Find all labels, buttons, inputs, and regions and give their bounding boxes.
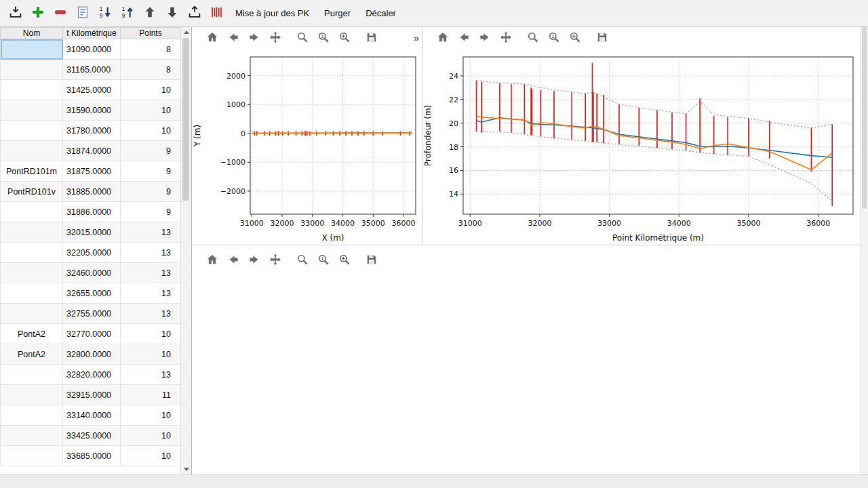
table-cell-nom[interactable] (1, 263, 63, 283)
column-header-pk[interactable]: t Kilométrique (63, 28, 121, 39)
plot1-home-button[interactable] (201, 28, 222, 47)
table-cell-points[interactable]: 9 (121, 141, 181, 161)
plot1-zoom-region-button[interactable] (334, 28, 355, 47)
plot3-back-button[interactable] (222, 251, 243, 270)
table-cell-points[interactable]: 10 (121, 405, 181, 426)
table-cell-nom[interactable] (1, 426, 63, 446)
table-cell-nom[interactable] (1, 121, 63, 141)
plot3-home-button[interactable] (201, 251, 222, 270)
table-cell-pk[interactable]: 31874.0000 (63, 141, 121, 161)
table-cell-pk[interactable]: 33140.0000 (63, 405, 121, 426)
table-row[interactable]: 32915.000011 (1, 385, 181, 405)
table-cell-points[interactable]: 13 (121, 263, 181, 283)
table-cell-pk[interactable]: 32770.0000 (63, 324, 121, 344)
plot3-zoom-one-button[interactable]: 1 (313, 251, 334, 270)
table-cell-nom[interactable] (1, 222, 63, 243)
sort-ascending-button[interactable]: 19 (116, 3, 138, 24)
plot3-forward-button[interactable] (243, 251, 264, 270)
table-scrollbar[interactable] (180, 27, 191, 474)
table-cell-pk[interactable]: 31885.0000 (63, 182, 121, 202)
table-row[interactable]: 32820.000013 (1, 365, 181, 385)
plot1-zoom-one-button[interactable]: 1 (313, 28, 334, 47)
table-row[interactable]: 31874.00009 (1, 141, 181, 161)
table-row[interactable]: 31590.000010 (1, 100, 181, 121)
table-cell-pk[interactable]: 33685.0000 (63, 446, 121, 466)
table-row[interactable]: 32755.000013 (1, 304, 181, 324)
table-row[interactable]: 31090.00008 (1, 39, 181, 60)
plot3-zoom-region-button[interactable] (334, 251, 355, 270)
table-cell-points[interactable]: 9 (121, 161, 181, 182)
plot3-save-button[interactable] (361, 251, 382, 270)
table-cell-points[interactable]: 10 (121, 446, 181, 466)
table-cell-nom[interactable] (1, 39, 63, 60)
plots-scrollbar-thumb[interactable] (862, 27, 867, 209)
table-row[interactable]: PontA232770.000010 (1, 324, 181, 344)
column-header-nom[interactable]: Nom (1, 28, 63, 39)
purge-button[interactable]: Purger (317, 3, 358, 24)
table-row[interactable]: 31780.000010 (1, 121, 181, 141)
table-cell-points[interactable]: 13 (121, 283, 181, 304)
table-cell-points[interactable]: 13 (121, 304, 181, 324)
plot1-overflow-button[interactable]: » (414, 33, 419, 43)
table-cell-nom[interactable] (1, 202, 63, 222)
table-row[interactable]: 32655.000013 (1, 283, 181, 304)
table-cell-points[interactable]: 13 (121, 365, 181, 385)
table-cell-pk[interactable]: 32820.0000 (63, 365, 121, 385)
table-cell-nom[interactable]: PontA2 (1, 324, 63, 344)
table-cell-nom[interactable] (1, 405, 63, 426)
table-cell-points[interactable]: 10 (121, 324, 181, 344)
table-cell-pk[interactable]: 32015.0000 (63, 222, 121, 243)
table-cell-nom[interactable] (1, 141, 63, 161)
table-cell-points[interactable]: 9 (121, 182, 181, 202)
plot2-pan-button[interactable] (495, 28, 516, 47)
table-cell-points[interactable]: 13 (121, 243, 181, 263)
table-cell-points[interactable]: 10 (121, 121, 181, 141)
plot1-zoom-button[interactable] (292, 28, 313, 47)
table-cell-nom[interactable]: PontA2 (1, 344, 63, 365)
table-cell-points[interactable]: 13 (121, 222, 181, 243)
table-cell-points[interactable]: 8 (121, 39, 181, 60)
table-cell-nom[interactable] (1, 60, 63, 80)
table-cell-nom[interactable] (1, 243, 63, 263)
table-row[interactable]: PontRD101m31875.00009 (1, 161, 181, 182)
table-row[interactable]: PontRD101v31885.00009 (1, 182, 181, 202)
table-row[interactable]: 33425.000010 (1, 426, 181, 446)
table-cell-pk[interactable]: 32655.0000 (63, 283, 121, 304)
table-row[interactable]: 32460.000013 (1, 263, 181, 283)
plot2-forward-button[interactable] (474, 28, 495, 47)
table-row[interactable]: 31165.00008 (1, 60, 181, 80)
plot1-save-button[interactable] (361, 28, 382, 47)
sort-descending-button[interactable]: 19 (94, 3, 116, 24)
table-cell-nom[interactable] (1, 304, 63, 324)
move-down-button[interactable] (161, 3, 183, 24)
plot2-zoom-region-button[interactable] (564, 28, 585, 47)
move-up-button[interactable] (138, 3, 161, 24)
table-cell-pk[interactable]: 31425.0000 (63, 80, 121, 100)
add-button[interactable] (26, 3, 49, 24)
table-cell-nom[interactable] (1, 385, 63, 405)
plot1-back-button[interactable] (222, 28, 243, 47)
plots-scrollbar[interactable] (860, 27, 868, 474)
table-cell-pk[interactable]: 31886.0000 (63, 202, 121, 222)
table-row[interactable]: PontA232800.000010 (1, 344, 181, 365)
table-cell-pk[interactable]: 31780.0000 (63, 121, 121, 141)
export-button[interactable] (183, 3, 205, 24)
table-cell-pk[interactable]: 32800.0000 (63, 344, 121, 365)
plot1-pan-button[interactable] (264, 28, 285, 47)
plot2-zoom-button[interactable] (522, 28, 543, 47)
table-cell-points[interactable]: 11 (121, 385, 181, 405)
table-cell-nom[interactable] (1, 365, 63, 385)
table-cell-points[interactable]: 10 (121, 100, 181, 121)
column-header-points[interactable]: Points (121, 28, 181, 39)
scroll-down-arrow[interactable] (181, 464, 191, 474)
table-cell-pk[interactable]: 32915.0000 (63, 385, 121, 405)
table-cell-pk[interactable]: 32755.0000 (63, 304, 121, 324)
remove-button[interactable] (49, 3, 71, 24)
table-cell-pk[interactable]: 32205.0000 (63, 243, 121, 263)
table-cell-pk[interactable]: 33425.0000 (63, 426, 121, 446)
scroll-up-arrow[interactable] (181, 27, 191, 37)
table-cell-points[interactable]: 9 (121, 202, 181, 222)
sections-button[interactable] (205, 3, 228, 24)
table-row[interactable]: 33140.000010 (1, 405, 181, 426)
table-row[interactable]: 31886.00009 (1, 202, 181, 222)
